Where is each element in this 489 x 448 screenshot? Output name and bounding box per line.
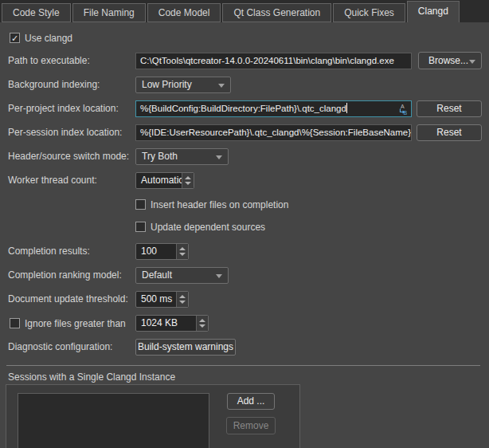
background-indexing-select[interactable]: Low Priority — [135, 77, 231, 93]
tab-quick-fixes[interactable]: Quick Fixes — [333, 3, 405, 22]
browse-button[interactable]: Browse... — [418, 52, 482, 69]
tab-clangd[interactable]: Clangd — [407, 1, 460, 22]
update-threshold-spinner[interactable]: 500 ms — [135, 291, 189, 308]
per-project-index-input[interactable]: %{BuildConfig:BuildDirectory:FilePath}\.… — [135, 100, 412, 117]
insert-header-checkbox[interactable] — [135, 199, 146, 210]
ignore-size-spinner[interactable]: 1024 KB — [135, 315, 209, 332]
dropdown-arrow-icon — [218, 84, 225, 88]
use-clangd-checkbox[interactable]: ✓ — [10, 33, 20, 43]
reset-per-project-button[interactable]: Reset — [417, 100, 482, 117]
worker-thread-value: Automatic — [141, 175, 183, 186]
spin-up-icon[interactable] — [179, 295, 186, 298]
reset-per-session-button[interactable]: Reset — [417, 124, 482, 141]
ranking-model-value: Default — [142, 269, 172, 281]
section-divider — [6, 365, 480, 366]
spin-up-icon[interactable] — [179, 247, 186, 250]
per-session-index-input[interactable]: %{IDE:UserResourcePath}\.qtc_clangd\%{Se… — [135, 124, 412, 141]
completion-results-value: 100 — [141, 246, 157, 257]
per-project-index-value: %{BuildConfig:BuildDirectory:FilePath}\.… — [140, 104, 346, 113]
per-session-index-label: Per-session index location: — [8, 124, 122, 141]
worker-threads-label: Worker thread count: — [8, 172, 97, 189]
tab-bar: Code Style File Naming Code Model Qt Cla… — [0, 0, 489, 22]
worker-thread-spinner[interactable]: Automatic — [135, 172, 194, 189]
add-button[interactable]: Add ... — [227, 393, 275, 410]
background-indexing-value: Low Priority — [142, 79, 192, 90]
switch-mode-select[interactable]: Try Both — [135, 148, 229, 165]
spin-down-icon[interactable] — [179, 253, 186, 256]
spin-down-icon[interactable] — [185, 182, 191, 185]
spinner-buttons[interactable] — [196, 316, 208, 331]
completion-results-spinner[interactable]: 100 — [135, 243, 189, 260]
tab-file-naming[interactable]: File Naming — [72, 3, 146, 22]
dropdown-arrow-icon — [216, 274, 222, 278]
svg-text:A: A — [401, 104, 405, 109]
dropdown-arrow-icon — [216, 155, 222, 159]
completion-results-label: Completion results: — [8, 243, 90, 260]
switch-mode-label: Header/source switch mode: — [8, 148, 129, 165]
ranking-model-select[interactable]: Default — [135, 267, 229, 284]
dropdown-arrow-icon — [469, 60, 475, 64]
tab-code-style[interactable]: Code Style — [2, 3, 71, 22]
ranking-model-label: Completion ranking model: — [8, 267, 122, 284]
sessions-group-title: Sessions with a Single Clangd Instance — [8, 369, 175, 386]
insert-header-label: Insert header files on completion — [151, 199, 288, 210]
path-label: Path to executable: — [8, 53, 90, 69]
spin-up-icon[interactable] — [185, 176, 191, 179]
update-dependent-label: Update dependent sources — [151, 222, 265, 233]
spin-down-icon[interactable] — [199, 324, 205, 328]
spinner-buttons[interactable] — [176, 292, 188, 307]
spin-down-icon[interactable] — [179, 301, 186, 304]
text-cursor — [346, 103, 347, 113]
tab-code-model[interactable]: Code Model — [147, 3, 221, 22]
update-threshold-label: Document update threshold: — [8, 291, 128, 308]
browse-button-label: Browse... — [428, 55, 468, 66]
remove-button[interactable]: Remove — [226, 417, 276, 434]
tab-qt-class-generation[interactable]: Qt Class Generation — [222, 3, 331, 22]
spinner-buttons[interactable] — [182, 173, 194, 188]
update-dependent-checkbox[interactable] — [135, 222, 146, 232]
spinner-buttons[interactable] — [176, 244, 188, 259]
checkmark-icon: ✓ — [11, 33, 18, 43]
svg-text:B: B — [404, 110, 408, 116]
variable-chooser-icon[interactable]: A B — [397, 104, 408, 116]
background-indexing-label: Background indexing: — [8, 77, 100, 93]
path-input[interactable]: C:\QtTools\qtcreator-14.0.0-20240611\bin… — [135, 53, 412, 69]
spin-up-icon[interactable] — [199, 319, 205, 322]
ignore-size-value: 1024 KB — [141, 317, 178, 328]
switch-mode-value: Try Both — [142, 151, 178, 162]
diagnostic-config-label: Diagnostic configuration: — [8, 339, 112, 356]
sessions-list[interactable] — [18, 393, 209, 448]
diagnostic-config-button[interactable]: Build-system warnings — [135, 339, 236, 356]
ignore-files-checkbox[interactable] — [10, 318, 20, 328]
update-threshold-value: 500 ms — [141, 293, 172, 305]
ignore-files-label: Ignore files greater than — [25, 318, 126, 329]
use-clangd-label: Use clangd — [25, 33, 72, 44]
per-project-index-label: Per-project index location: — [8, 100, 119, 117]
